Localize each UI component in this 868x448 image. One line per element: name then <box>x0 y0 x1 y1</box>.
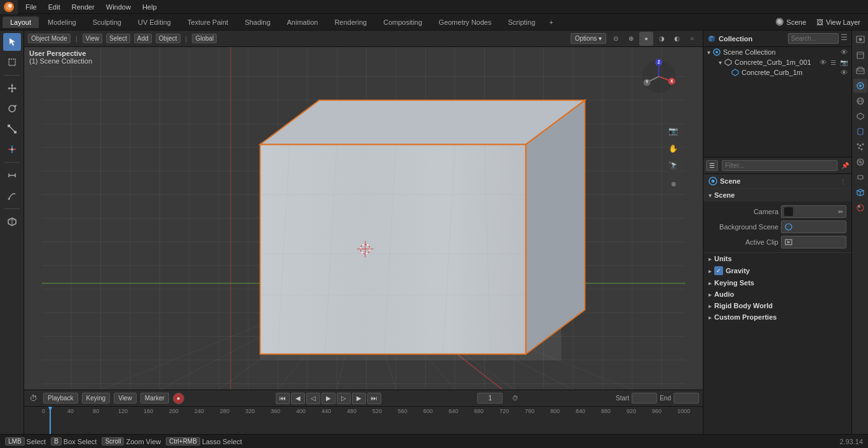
tool-add-cube[interactable] <box>3 213 21 231</box>
record-button[interactable]: ● <box>173 393 184 404</box>
particles-props-icon[interactable] <box>853 140 867 154</box>
tool-transform[interactable] <box>3 140 21 158</box>
scene-collection-item[interactable]: ▾ Scene Collection 👁 <box>703 47 851 57</box>
prev-keyframe-button[interactable]: ◁ <box>306 393 320 404</box>
camera-value[interactable]: ✏ <box>781 205 846 218</box>
scene-section-header[interactable]: Scene ⋮ <box>703 174 851 189</box>
viewport-hide-icon[interactable]: ☰ <box>831 59 836 66</box>
constraints-props-icon[interactable] <box>853 170 867 184</box>
outliner-filter-icon[interactable]: ☰ <box>841 33 848 44</box>
tool-annotate[interactable] <box>3 187 21 205</box>
tab-compositing[interactable]: Compositing <box>376 17 430 28</box>
tab-geometry-nodes[interactable]: Geometry Nodes <box>431 17 499 28</box>
viewport-shading-wire[interactable]: ○ <box>685 32 699 46</box>
scene-section-toggle[interactable]: ▾ Scene <box>703 189 851 201</box>
tab-layout[interactable]: Layout <box>3 17 39 28</box>
timeline-ruler[interactable]: 0 40 80 120 160 200 240 280 320 360 400 … <box>24 407 703 434</box>
scene-props-expand[interactable]: ⋮ <box>840 178 846 185</box>
tool-cursor[interactable] <box>3 33 21 51</box>
add-menu[interactable]: Add <box>134 34 152 43</box>
lmb-key: LMB <box>5 437 25 445</box>
jump-start-button[interactable]: ⏮ <box>276 393 290 404</box>
tool-move[interactable] <box>3 79 21 97</box>
physics-props-icon[interactable] <box>853 155 867 169</box>
viewport-shading-solid[interactable]: ● <box>639 32 653 46</box>
tool-scale[interactable] <box>3 120 21 138</box>
tool-select-box[interactable] <box>3 53 21 71</box>
world-props-icon[interactable] <box>853 94 867 108</box>
object-item-mesh[interactable]: Concrete_Curb_1m 👁 <box>703 67 851 78</box>
timeline-area: ⏱ Playback Keying View Marker ● ⏮ ◀ ◁ ▶ … <box>24 390 703 434</box>
object-props-icon[interactable] <box>853 109 867 123</box>
svg-text:📷: 📷 <box>668 126 679 135</box>
view-layer-props-icon[interactable] <box>853 64 867 78</box>
gravity-section-toggle[interactable]: ▸ ✓ Gravity <box>703 264 851 277</box>
audio-section-toggle[interactable]: ▸ Audio <box>703 288 851 300</box>
marker-menu[interactable]: Marker <box>140 393 169 404</box>
view-menu[interactable]: View <box>114 393 137 404</box>
render-hide-icon[interactable]: 📷 <box>840 59 848 66</box>
current-frame-input[interactable] <box>477 393 503 404</box>
tab-scripting[interactable]: Scripting <box>500 17 543 28</box>
gravity-checkbox[interactable]: ✓ <box>714 266 723 275</box>
end-frame-input[interactable]: 250 <box>674 393 699 404</box>
transform-global[interactable]: Global <box>192 34 217 43</box>
bg-scene-value[interactable] <box>781 221 846 233</box>
object-menu[interactable]: Object <box>156 34 180 43</box>
keying-sets-toggle[interactable]: ▸ Keying Sets <box>703 277 851 288</box>
viewport-shading-mat[interactable]: ◑ <box>654 32 668 46</box>
rigid-body-toggle[interactable]: ▸ Rigid Body World <box>703 300 851 311</box>
active-clip-value[interactable] <box>781 236 846 248</box>
props-search[interactable] <box>722 160 837 171</box>
prev-frame-button[interactable]: ◀ <box>291 393 305 404</box>
data-props-icon[interactable] <box>853 186 867 200</box>
tool-rotate[interactable] <box>3 100 21 118</box>
props-filter[interactable]: ☰ <box>706 160 718 171</box>
select-menu[interactable]: Select <box>106 34 130 43</box>
viewport-gizmo-btn[interactable]: ⊙ <box>609 32 623 46</box>
units-section-toggle[interactable]: ▸ Units <box>703 253 851 264</box>
scene-props-tab-icon[interactable] <box>853 79 867 93</box>
tab-modeling[interactable]: Modeling <box>40 17 84 28</box>
jump-end-button[interactable]: ⏭ <box>367 393 381 404</box>
playback-menu[interactable]: Playback <box>43 393 78 404</box>
menu-window[interactable]: Window <box>101 2 136 12</box>
tab-rendering[interactable]: Rendering <box>327 17 374 28</box>
next-frame-button[interactable]: ▶ <box>352 393 366 404</box>
tab-texture-paint[interactable]: Texture Paint <box>180 17 236 28</box>
output-props-icon[interactable] <box>853 48 867 62</box>
outliner-search[interactable] <box>788 33 839 44</box>
menu-file[interactable]: File <box>20 2 42 12</box>
visibility-toggle[interactable]: 👁 <box>841 48 848 56</box>
start-frame-input[interactable]: 1 <box>632 393 657 404</box>
tab-uv-editing[interactable]: UV Editing <box>130 17 179 28</box>
keying-menu[interactable]: Keying <box>82 393 111 404</box>
add-workspace-button[interactable]: + <box>544 17 558 28</box>
object-item-mesh-001[interactable]: ▾ Concrete_Curb_1m_001 👁 ☰ 📷 <box>703 57 851 67</box>
tab-shading[interactable]: Shading <box>237 17 278 28</box>
menu-render[interactable]: Render <box>67 2 100 12</box>
menu-edit[interactable]: Edit <box>43 2 65 12</box>
viewport-options-btn[interactable]: Options ▾ <box>571 33 606 44</box>
play-button[interactable]: ▶ <box>322 393 336 404</box>
view-menu[interactable]: View <box>83 34 103 43</box>
visibility-toggle-3[interactable]: 👁 <box>841 69 848 76</box>
svg-point-112 <box>712 180 715 183</box>
tab-animation[interactable]: Animation <box>280 17 326 28</box>
modifier-props-icon[interactable] <box>853 125 867 139</box>
custom-props-toggle[interactable]: ▸ Custom Properties <box>703 311 851 323</box>
render-props-icon[interactable] <box>853 33 867 47</box>
visibility-toggle-2[interactable]: 👁 <box>820 58 827 66</box>
viewport-shading-render[interactable]: ◐ <box>670 32 684 46</box>
tool-measure[interactable] <box>3 166 21 184</box>
props-pin-icon[interactable]: 📌 <box>841 162 849 169</box>
material-props-icon[interactable] <box>853 201 867 215</box>
camera-edit-icon[interactable]: ✏ <box>838 208 843 215</box>
svg-marker-73 <box>260 144 526 354</box>
menu-help[interactable]: Help <box>137 2 162 12</box>
viewport-overlay-btn[interactable]: ⊕ <box>624 32 638 46</box>
object-mode-dropdown[interactable]: Object Mode <box>28 34 71 43</box>
viewport-3d[interactable]: X Y Z 📷 ✋ 🔭 <box>24 47 703 390</box>
tab-sculpting[interactable]: Sculpting <box>85 17 129 28</box>
next-keyframe-button[interactable]: ▷ <box>337 393 351 404</box>
